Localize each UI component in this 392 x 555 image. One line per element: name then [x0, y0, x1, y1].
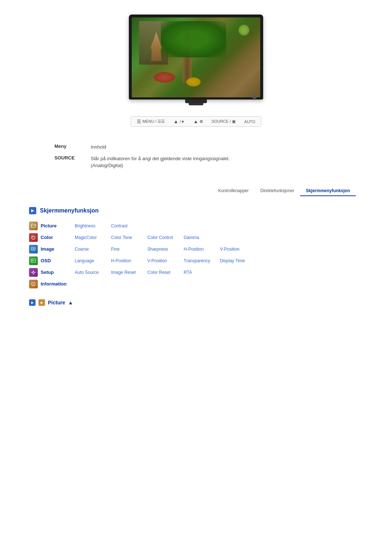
section-title: Skjermmenyfunksjon — [40, 207, 99, 214]
svg-point-3 — [33, 236, 35, 238]
info-icon: i — [29, 280, 38, 288]
osd-label: OSD — [41, 258, 73, 263]
bottom-nav: ▶ ▶ Picture ▲ — [22, 299, 370, 306]
information-label: Information — [41, 281, 73, 287]
setup-rta-link[interactable]: RTA — [182, 270, 219, 275]
color-tone-link[interactable]: Color Tone — [110, 235, 146, 240]
color-label: Color — [41, 235, 73, 240]
auto-label: AUTO — [244, 119, 255, 124]
osd-language-link[interactable]: Language — [73, 258, 110, 263]
menu-grid: Picture Brightness Contrast Color MagicC… — [22, 222, 370, 288]
nav-label: Picture — [48, 300, 65, 305]
source-label: SOURCE / ▣ — [212, 119, 236, 124]
svg-text:i: i — [33, 283, 34, 286]
control-bar: ☰ MENU / ☰☰ ▲ /▼ ▲ ✿ SOURCE / ▣ AUTO — [131, 116, 262, 127]
osd-icon — [29, 256, 38, 265]
picture-icon — [29, 222, 38, 230]
image-icon — [29, 245, 38, 254]
picture-brightness-link[interactable]: Brightness — [73, 223, 110, 228]
tabs-section: Kontrollknapper Direktefunksjoner Skjerm… — [22, 186, 370, 196]
monitor-power-button[interactable] — [252, 94, 257, 99]
osd-vposition-link[interactable]: V-Position — [146, 258, 182, 263]
menu-row-color: Color MagicColor Color Tone Color Contro… — [29, 233, 370, 242]
updown-ctrl: ▲ /▼ — [173, 119, 185, 124]
menu-row-osd: OSD Language H-Position V-Position Trans… — [29, 256, 370, 265]
monitor-frame — [129, 15, 263, 100]
monitor-section — [22, 15, 370, 105]
svg-point-11 — [33, 271, 34, 273]
setup-label: Setup — [41, 270, 73, 275]
source-value-cell: Slår på indikatoren for å angi det gjeld… — [87, 153, 341, 171]
page-wrapper: ☰ MENU / ☰☰ ▲ /▼ ▲ ✿ SOURCE / ▣ AUTO — [0, 0, 392, 320]
brightness-icon: ✿ — [200, 119, 203, 124]
osd-displaytime-link[interactable]: Display Time — [219, 258, 255, 263]
menu-row-setup: Setup Auto Source Image Reset Color Rese… — [29, 268, 370, 277]
section-icon: ▶ — [29, 207, 36, 214]
color-items: MagicColor Color Tone Color Control Gamm… — [73, 235, 219, 240]
next-arrow: ▶ — [41, 301, 43, 304]
source-ctrl: SOURCE / ▣ — [212, 119, 236, 124]
auto-ctrl: AUTO — [244, 119, 255, 124]
nav-up-arrow: ▲ — [68, 300, 73, 305]
back-arrow: ▶ — [31, 301, 34, 304]
menu-row-picture: Picture Brightness Contrast — [29, 222, 370, 230]
color-gamma-link[interactable]: Gamma — [182, 235, 219, 240]
monitor-container — [129, 15, 263, 105]
image-vposition-link[interactable]: V-Position — [219, 247, 255, 252]
section-heading: ▶ Skjermmenyfunksjon — [22, 207, 370, 214]
menu-icon: ☰ — [137, 119, 141, 124]
picture-label: Picture — [41, 223, 73, 228]
flowers-red — [154, 72, 175, 83]
menu-row-image: Image Coarse Fine Sharpness H-Position V… — [29, 245, 370, 254]
svg-point-4 — [33, 238, 34, 239]
monitor-stand — [189, 103, 203, 105]
tab-skjermmenyfunksjon[interactable]: Skjermmenyfunksjon — [300, 186, 356, 196]
table-row-source: SOURCE Slår på indikatoren for å angi de… — [51, 153, 341, 171]
nav-next-icon[interactable]: ▶ — [38, 299, 45, 306]
up-icon: ▲ — [193, 119, 198, 124]
table-row-meny: Meny Innhold — [51, 141, 341, 153]
color-magiccolor-link[interactable]: MagicColor — [73, 235, 110, 240]
image-items: Coarse Fine Sharpness H-Position V-Posit… — [73, 247, 255, 252]
setup-colorreset-link[interactable]: Color Reset — [146, 270, 182, 275]
image-coarse-link[interactable]: Coarse — [73, 247, 110, 252]
menu-row-information: i Information — [29, 280, 370, 288]
setup-icon — [29, 268, 38, 277]
color-control-link[interactable]: Color Control — [146, 235, 182, 240]
osd-items: Language H-Position V-Position Transpare… — [73, 258, 255, 263]
tab-kontrollknapper[interactable]: Kontrollknapper — [212, 186, 254, 196]
tab-direktefunksjoner[interactable]: Direktefunksjoner — [254, 186, 300, 196]
brightness-ctrl: ▲ ✿ — [193, 119, 203, 124]
setup-imagereset-link[interactable]: Image Reset — [110, 270, 146, 275]
image-fine-link[interactable]: Fine — [110, 247, 146, 252]
monitor-screen — [132, 17, 260, 97]
flowers-yellow — [186, 77, 201, 86]
setup-autosource-link[interactable]: Auto Source — [73, 270, 110, 275]
updown-icon: ▲ — [173, 119, 178, 124]
svg-point-2 — [32, 236, 33, 238]
updown-label: /▼ — [180, 119, 185, 124]
picture-contrast-link[interactable]: Contrast — [110, 223, 146, 228]
tree-branches — [161, 21, 226, 57]
meny-value: Innhold — [87, 141, 341, 153]
monitor-base — [185, 100, 207, 103]
section-icon-arrow: ▶ — [31, 208, 34, 212]
menu-ctrl: ☰ MENU / ☰☰ — [137, 119, 165, 124]
osd-hposition-link[interactable]: H-Position — [110, 258, 146, 263]
source-label-cell: SOURCE — [51, 153, 87, 171]
setup-items: Auto Source Image Reset Color Reset RTA — [73, 270, 219, 275]
image-label: Image — [41, 246, 73, 252]
osd-transparency-link[interactable]: Transparency — [182, 258, 219, 263]
info-table-section: Meny Innhold SOURCE Slår på indikatoren … — [22, 141, 370, 171]
nav-back-icon[interactable]: ▶ — [29, 299, 36, 306]
meny-label: Meny — [51, 141, 87, 153]
info-table: Meny Innhold SOURCE Slår på indikatoren … — [51, 141, 341, 171]
image-sharpness-link[interactable]: Sharpness — [146, 247, 182, 252]
menu-ctrl-label: MENU / ☰☰ — [143, 119, 165, 124]
control-bar-section: ☰ MENU / ☰☰ ▲ /▼ ▲ ✿ SOURCE / ▣ AUTO — [22, 116, 370, 127]
picture-items: Brightness Contrast — [73, 223, 146, 228]
image-hposition-link[interactable]: H-Position — [182, 247, 219, 252]
color-icon — [29, 233, 38, 242]
